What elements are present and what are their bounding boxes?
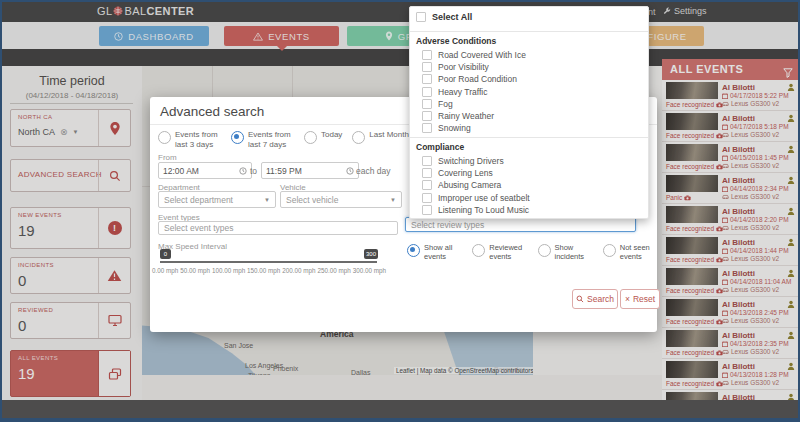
checkbox-icon: [422, 168, 432, 178]
dropdown-checkbox-option[interactable]: Snowing: [410, 122, 648, 134]
department-value: Select department: [164, 195, 233, 205]
slider-tick-label: 0.00 mph: [152, 267, 178, 274]
adverse-conditions-header: Adverse Conditions: [416, 36, 496, 46]
clock-icon: [239, 167, 247, 175]
radio-icon: [407, 244, 420, 257]
dropdown-checkbox-option[interactable]: Abusing Camera: [410, 179, 648, 191]
dropdown-checkbox-option[interactable]: Road Covered With Ice: [410, 49, 648, 61]
dropdown-checkbox-option[interactable]: Improper use of seatbelt: [410, 192, 648, 204]
reset-button[interactable]: × Reset: [620, 289, 660, 309]
compliance-header: Compliance: [416, 142, 464, 152]
modal-title: Advanced search: [160, 104, 264, 119]
checkbox-icon: [422, 99, 432, 109]
department-select[interactable]: Select department ▼: [158, 191, 276, 208]
compliance-list: Switching Drivers Covering Lens Abusing …: [410, 155, 648, 216]
dropdown-checkbox-option[interactable]: Listening To Loud Music: [410, 204, 648, 216]
search-icon: [576, 295, 584, 303]
slider-tick-label: 300.00 mph: [353, 267, 386, 274]
dropdown-divider: [410, 31, 648, 32]
slider-ticks: 0.00 mph50.00 mph100.00 mph150.00 mph200…: [152, 267, 386, 274]
radio-label: Events from last 3 days: [175, 130, 221, 150]
slider-min-handle[interactable]: 0: [160, 249, 171, 259]
period-radio-option[interactable]: Events from last 3 days: [158, 130, 221, 150]
period-radio-option[interactable]: Events from last 7 days: [231, 130, 294, 150]
review-types-input[interactable]: [405, 217, 636, 232]
dropdown-checkbox-option[interactable]: Fog: [410, 98, 648, 110]
dropdown-checkbox-option[interactable]: Covering Lens: [410, 167, 648, 179]
radio-icon: [158, 131, 171, 144]
select-all-label: Select All: [432, 12, 472, 22]
checkbox-icon: [422, 62, 432, 72]
checkbox-icon: [422, 50, 432, 60]
checkbox-icon: [422, 87, 432, 97]
to-time-input[interactable]: 11:59 PM: [261, 162, 359, 179]
review-types-dropdown: Select All Adverse Conditions Road Cover…: [409, 6, 649, 219]
checkbox-icon: [422, 123, 432, 133]
radio-label: Last Month: [369, 130, 409, 150]
checkbox-label: Abusing Camera: [438, 180, 501, 190]
chevron-down-icon: ▼: [264, 197, 270, 203]
checkbox-label: Poor Visibility: [438, 62, 489, 72]
slider-track[interactable]: [160, 261, 377, 263]
each-day-label: each day: [356, 166, 391, 176]
radio-icon: [304, 131, 317, 144]
radio-label: Reviewed events: [489, 243, 526, 262]
checkbox-label: Improper use of seatbelt: [438, 193, 530, 203]
checkbox-icon: [416, 12, 426, 22]
checkbox-label: Snowing: [438, 123, 471, 133]
review-radio-option[interactable]: Show incidents: [538, 243, 592, 262]
checkbox-label: Listening To Loud Music: [438, 205, 529, 215]
radio-label: Show all events: [424, 243, 461, 262]
review-radio-option[interactable]: Reviewed events: [472, 243, 526, 262]
app-window: GL BALCENTER nt Settings DASHBOARD EVENT…: [0, 0, 800, 422]
chevron-down-icon: ▼: [390, 197, 396, 203]
slider-tick-label: 150.00 mph: [247, 267, 280, 274]
checkbox-icon: [422, 193, 432, 203]
dropdown-divider: [410, 137, 648, 138]
dropdown-checkbox-option[interactable]: Poor Road Condition: [410, 73, 648, 85]
checkbox-label: Road Covered With Ice: [438, 50, 526, 60]
slider-max-handle[interactable]: 300: [364, 249, 378, 259]
event-types-input[interactable]: [158, 221, 398, 235]
select-all-option[interactable]: Select All: [416, 12, 472, 22]
radio-label: Show incidents: [555, 243, 592, 262]
radio-icon: [231, 131, 244, 144]
slider-tick-label: 200.00 mph: [282, 267, 315, 274]
dropdown-checkbox-option[interactable]: Heavy Traffic: [410, 86, 648, 98]
vehicle-select[interactable]: Select vehicle ▼: [280, 191, 402, 208]
radio-icon: [472, 244, 485, 257]
from-time-value: 12:00 AM: [163, 166, 199, 176]
vehicle-value: Select vehicle: [286, 195, 338, 205]
search-button-label: Search: [587, 294, 614, 304]
period-radio-option[interactable]: Today: [304, 130, 342, 150]
period-radio-group: Events from last 3 days Events from last…: [158, 130, 409, 150]
clock-icon: [346, 167, 354, 175]
from-time-input[interactable]: 12:00 AM: [158, 162, 252, 179]
radio-icon: [603, 244, 616, 257]
radio-icon: [538, 244, 551, 257]
adverse-conditions-list: Road Covered With Ice Poor Visibility Po…: [410, 49, 648, 134]
checkbox-label: Poor Road Condition: [438, 74, 517, 84]
review-radio-group: Show all events Reviewed events Show inc…: [407, 243, 657, 262]
from-label: From: [158, 153, 177, 162]
period-radio-option[interactable]: Last Month: [352, 130, 409, 150]
checkbox-label: Heavy Traffic: [438, 87, 487, 97]
checkbox-label: Switching Drivers: [438, 156, 504, 166]
dropdown-checkbox-option[interactable]: Poor Visibility: [410, 61, 648, 73]
checkbox-icon: [422, 111, 432, 121]
dropdown-checkbox-option[interactable]: Switching Drivers: [410, 155, 648, 167]
review-radio-option[interactable]: Show all events: [407, 243, 461, 262]
search-button[interactable]: Search: [572, 289, 618, 309]
dropdown-checkbox-option[interactable]: Rainy Weather: [410, 110, 648, 122]
checkbox-label: Covering Lens: [438, 168, 493, 178]
checkbox-label: Rainy Weather: [438, 111, 494, 121]
slider-tick-label: 250.00 mph: [318, 267, 351, 274]
reset-button-label: Reset: [633, 294, 655, 304]
radio-label: Not seen events: [620, 243, 657, 262]
checkbox-icon: [422, 74, 432, 84]
review-radio-option[interactable]: Not seen events: [603, 243, 657, 262]
close-icon: ×: [625, 294, 630, 304]
radio-icon: [352, 131, 365, 144]
to-time-value: 11:59 PM: [266, 166, 302, 176]
radio-label: Today: [321, 130, 342, 150]
